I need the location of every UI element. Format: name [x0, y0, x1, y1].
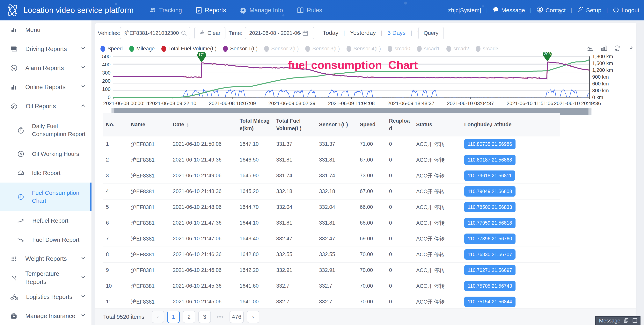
- table-row: 1沪EF83812021-06-10 21:50:061647.10331.37…: [103, 136, 560, 152]
- vehicles-label: Vehicles:: [98, 30, 120, 36]
- cell-date: 2021-06-10 21:46:36: [170, 246, 237, 262]
- cell-speed: 70.00: [357, 294, 386, 310]
- prev-page-button[interactable]: ‹: [152, 310, 164, 323]
- sidebar-item-temperature-reports[interactable]: Temperature Reports: [0, 268, 92, 288]
- search-icon[interactable]: [181, 30, 187, 37]
- sidebar-item-oil-reports[interactable]: Oil Reports: [0, 97, 92, 116]
- restore-window-icon[interactable]: [624, 318, 629, 324]
- legend-item-sensor-2-l-[interactable]: Sensor 2(L): [264, 46, 299, 52]
- nav-item-tracking[interactable]: Tracking: [149, 7, 182, 14]
- coordinates-badge[interactable]: 110.76271,21.56697: [464, 265, 516, 275]
- clear-button[interactable]: Clear: [194, 27, 226, 39]
- page-ellipsis[interactable]: •••: [214, 310, 226, 323]
- cell-reupload: 0: [386, 278, 414, 294]
- sidebar-item-fuel-down-report[interactable]: Fuel Down Report: [0, 230, 92, 249]
- sidebar-item-online-reports[interactable]: Online Reports: [0, 78, 92, 97]
- legend-item-srcad1[interactable]: srcad1: [417, 46, 440, 52]
- nav-item-rules[interactable]: Rules: [297, 7, 322, 14]
- sidebar-item-label: Alarm Reports: [25, 64, 64, 72]
- sidebar-item-idle-report[interactable]: Idle Report: [0, 164, 92, 182]
- sidebar-item-label: Idle Report: [32, 169, 60, 177]
- bar-chart-icon[interactable]: [600, 45, 608, 52]
- coordinates-badge[interactable]: 110.76830,21.56707: [464, 249, 516, 260]
- vehicle-search-input[interactable]: [120, 27, 190, 39]
- chart-title: fuel consumption Chart: [288, 58, 418, 71]
- sidebar-item-oil-working-hours[interactable]: Oil Working Hours: [0, 144, 92, 164]
- sidebar-item-menu[interactable]: Menu: [0, 20, 92, 40]
- legend-item-speed[interactable]: Speed: [100, 46, 123, 52]
- clock-icon: [17, 194, 24, 200]
- cell-reupload: 0: [386, 262, 414, 278]
- cell-coordinates: 110.78500,21.56833: [462, 199, 560, 215]
- legend-item-sensor-4-l-[interactable]: Sensor 4(L): [346, 46, 381, 52]
- sidebar-item-weight-reports[interactable]: Weight Reports: [0, 249, 92, 268]
- cell-reupload: 0: [386, 215, 414, 231]
- coordinates-badge[interactable]: 110.79618,21.56811: [464, 170, 515, 181]
- nav-item-reports[interactable]: Reports: [196, 7, 226, 14]
- coordinates-badge[interactable]: 110.75705,21.56743: [464, 281, 516, 291]
- sidebar-item-manage-insurance[interactable]: Manage Insurance: [0, 306, 92, 325]
- divider: |: [344, 30, 345, 36]
- calendar-icon[interactable]: [302, 30, 308, 37]
- legend-label: Sensor 4(L): [354, 46, 381, 52]
- cell-speed: 70.00: [357, 262, 386, 278]
- next-page-button[interactable]: ›: [247, 310, 259, 323]
- legend-item-srcad2[interactable]: srcad2: [446, 46, 469, 52]
- legend-label: Mileage: [136, 46, 155, 52]
- nav-item-manage-info[interactable]: Manage Info: [240, 7, 283, 14]
- contact-link[interactable]: Contact: [536, 6, 566, 14]
- column-header-2[interactable]: Date▲▼: [170, 113, 237, 136]
- cell-total-fuel: 332.91: [274, 262, 316, 278]
- coordinates-badge[interactable]: 110.78500,21.56833: [464, 202, 516, 212]
- refuel-marker-pin[interactable]: 208: [543, 52, 552, 62]
- setup-link[interactable]: Setup: [577, 6, 601, 14]
- range-link-yesterday[interactable]: Yesterday: [350, 30, 376, 36]
- range-link-3-days[interactable]: 3 Days: [388, 30, 406, 36]
- legend-item-srcad0[interactable]: srcad0: [388, 46, 410, 52]
- legend-item-mileage[interactable]: Mileage: [129, 46, 155, 52]
- rules-icon: [297, 7, 304, 14]
- maximize-window-icon[interactable]: [632, 318, 638, 324]
- refuel-marker-pin[interactable]: 171: [198, 52, 206, 62]
- message-link[interactable]: Message: [493, 6, 525, 14]
- sidebar-item-daily-fuel-consumption-report[interactable]: Daily Fuel Consumption Report: [0, 116, 92, 144]
- logout-link[interactable]: Logout: [613, 6, 639, 14]
- y-axis-right-tick: 900 km: [592, 74, 609, 80]
- coordinates-badge[interactable]: 110.77959,21.56818: [464, 218, 516, 228]
- legend-item-total-fuel-volume-l-[interactable]: Total Fuel Volume(L): [162, 46, 217, 52]
- cell-sensor1: 332.47: [316, 231, 357, 246]
- coordinates-badge[interactable]: 110.77396,21.56760: [464, 234, 516, 244]
- content-card: Vehicles: Clear Time: Today|Yesterday|3 …: [96, 23, 636, 325]
- page-button-476[interactable]: 476: [230, 310, 244, 323]
- cell-date: 2021-06-10 21:47:06: [170, 231, 237, 246]
- sidebar-item-alarm-reports[interactable]: WAlarm Reports: [0, 58, 92, 78]
- sidebar-item-driving-reports[interactable]: Driving Reports: [0, 40, 92, 58]
- sort-icon[interactable]: ▲▼: [186, 123, 189, 127]
- legend-item-sensor-1-l-[interactable]: Sensor 1(L): [223, 46, 258, 52]
- refresh-icon[interactable]: [614, 45, 621, 52]
- sidebar-item-refuel-report[interactable]: Refuel Report: [0, 211, 92, 230]
- page-button-3[interactable]: 3: [198, 310, 211, 323]
- legend-item-srcad3[interactable]: srcad3: [476, 46, 498, 52]
- message-mini-window[interactable]: Message: [595, 316, 640, 325]
- cell-no: 2: [103, 152, 128, 168]
- table-row: 4沪EF83812021-06-10 21:48:361645.20332.18…: [103, 184, 560, 199]
- coordinates-badge[interactable]: 110.79049,21.56808: [464, 186, 516, 196]
- line-chart-icon[interactable]: [587, 45, 594, 52]
- cell-status: ACC开 停转: [414, 262, 462, 278]
- range-link-today[interactable]: Today: [323, 30, 338, 36]
- sidebar-item-fuel-consumption-chart[interactable]: Fuel Consumption Chart: [0, 182, 92, 211]
- legend-item-sensor-3-l-[interactable]: Sensor 3(L): [305, 46, 340, 52]
- query-button[interactable]: Query: [418, 27, 444, 39]
- cell-status: ACC开 停转: [414, 168, 462, 184]
- menu-icon: [10, 26, 18, 34]
- page-button-2[interactable]: 2: [183, 310, 195, 323]
- coordinates-badge[interactable]: 110.80187,21.56868: [464, 155, 516, 165]
- coordinates-badge[interactable]: 110.80735,21.56986: [464, 139, 516, 149]
- sidebar-item-logistics-reports[interactable]: Logistics Reports: [0, 288, 92, 306]
- coordinates-badge[interactable]: 110.75154,21.56844: [464, 296, 516, 307]
- download-icon[interactable]: [628, 45, 635, 52]
- table-row: 2沪EF83812021-06-10 21:49:361646.50331.81…: [103, 152, 560, 168]
- page-button-1[interactable]: 1: [167, 310, 180, 323]
- x-axis-tick: 2021-06-10 11:51:06: [507, 100, 554, 106]
